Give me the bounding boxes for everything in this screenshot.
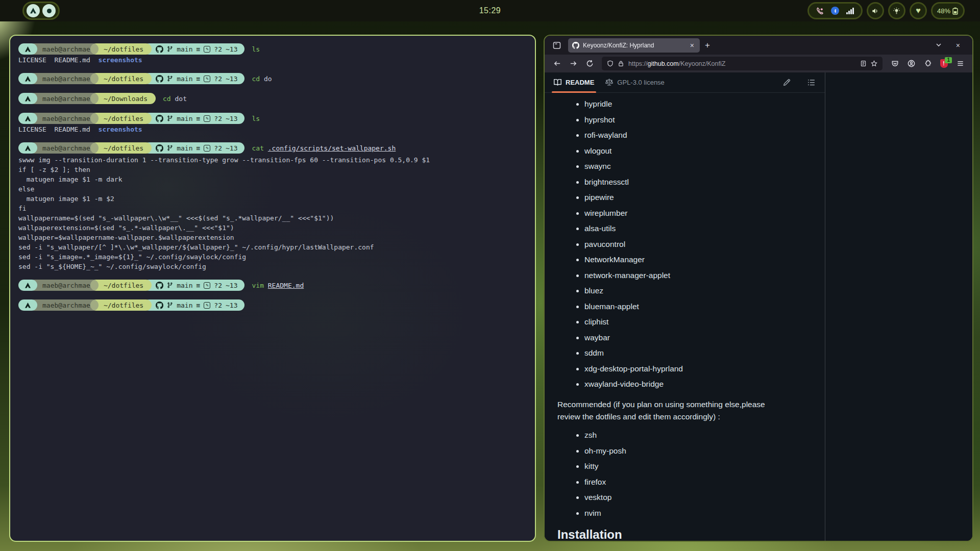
package-item: waybar [584,333,820,343]
package-item: blueman-applet [584,302,820,312]
arch-logo-icon [24,145,31,152]
back-button[interactable] [550,57,564,70]
git-edit-icon: ✎ [204,46,210,53]
adblock-extension-button[interactable]: 1 [937,57,951,70]
tab-readme[interactable]: README [554,72,594,93]
puzzle-icon [924,60,932,67]
recommended-list: zsh oh-my-posh kitty firefox vesktop nvi… [584,430,820,518]
chevron-down-icon [936,42,942,48]
firefox-window: Keyoonz/KonfiZ: Hyprland × + × https://g… [544,35,973,542]
git-modified-count: ~13 [226,75,237,83]
package-item: hypridle [584,99,820,109]
prompt-os-segment [18,43,37,55]
outline-button[interactable] [804,76,818,89]
tracking-shield-icon [607,60,614,67]
git-untracked-count: ?2 [214,115,222,122]
phone-icon[interactable] [816,7,824,15]
git-untracked-count: ?2 [214,45,222,53]
recommended-item: zsh [584,430,820,440]
git-modified-count: ~13 [226,45,237,53]
prompt-dir-segment: ~/dotfiles [90,43,152,55]
package-item: network-manager-applet [584,270,820,281]
reader-mode-icon[interactable] [860,60,867,67]
terminal-window[interactable]: maeb@archmae ~/dotfiles main≡✎?2~13 ls L… [9,35,536,542]
edit-readme-button[interactable] [780,76,793,89]
menu-button[interactable] [953,57,967,70]
extensions-button[interactable] [920,57,935,70]
terminal-prompt-line: maeb@archmae ~/dotfiles main≡✎?2~13 cd d… [18,72,527,85]
command-text: vim [252,282,263,289]
readme-label: README [566,79,594,86]
battery-indicator[interactable]: 48% [931,2,965,19]
terminal-prompt-line: maeb@archmae ~/dotfiles main≡✎?2~13 vim … [18,279,527,291]
prompt-os-segment [18,142,37,154]
git-sync-glyph: ≡ [197,144,201,152]
command-text: cd [163,95,171,103]
prompt-git-segment: main≡✎?2~13 [143,43,244,55]
command-text: ls [252,115,260,122]
firefox-view-button[interactable] [550,39,564,52]
hamburger-icon [957,60,964,67]
tray-icon-group [807,2,863,19]
terminal-block: maeb@archmae ~/Downloads cd dot [18,92,527,105]
prompt-os-segment [18,280,37,291]
law-scale-icon [605,79,613,86]
package-item: rofi-wayland [584,130,820,140]
github-icon [156,45,163,53]
bluetooth-icon[interactable] [831,7,839,15]
pencil-icon [783,79,791,86]
reload-icon [586,60,594,67]
bulb-icon [893,7,900,15]
forward-button[interactable] [566,57,580,70]
package-item: alsa-utils [584,223,820,234]
git-branch-name: main [177,75,192,83]
prompt-dir-segment: ~/dotfiles [90,142,152,154]
recommended-item: nvim [584,508,820,518]
command-arg: README.md [268,282,304,289]
prompt-git-segment: main≡✎?2~13 [143,299,244,311]
battery-percent: 48% [937,7,950,15]
package-list: hypridle hyprshot rofi-wayland wlogout s… [584,99,820,389]
browser-tab-active[interactable]: Keyoonz/KonfiZ: Hyprland × [568,38,700,53]
favorites-button[interactable]: ♥ [910,2,927,19]
book-icon [554,79,561,86]
github-icon [156,282,163,289]
terminal-block: maeb@archmae ~/dotfiles main≡✎?2~13 cd d… [18,72,527,85]
script-line: sed -i "s_${HOME}_~_" ~/.config/swaylock… [18,262,527,271]
prompt-user-segment: maeb@archmae [29,280,99,291]
pocket-button[interactable] [888,57,902,70]
url-path: /Keyoonz/KonfiZ [679,60,726,67]
package-item: wlogout [584,146,820,156]
account-button[interactable] [904,57,918,70]
package-item: pipewire [584,192,820,203]
script-line: wallpaper=$wallpapername-wallpaper.$wall… [18,233,527,242]
url-bar[interactable]: https://github.com/Keyoonz/KonfiZ [602,57,883,70]
pocket-icon [891,60,899,67]
arch-logo-icon [24,282,31,289]
ls-file: LICENSE [18,56,46,64]
battery-icon [952,7,959,15]
tab-close-button[interactable]: × [689,41,696,49]
prompt-dir-segment: ~/dotfiles [90,73,152,84]
ls-file: LICENSE [18,126,46,133]
back-icon [553,60,561,67]
tab-bar: Keyoonz/KonfiZ: Hyprland × + × [545,36,972,55]
command-text: cat [252,144,263,152]
prompt-os-segment [18,73,37,84]
bookmark-star-icon[interactable] [871,60,877,67]
recommended-item: kitty [584,461,820,471]
list-tabs-button[interactable] [928,41,949,49]
reload-button[interactable] [582,57,597,70]
account-icon [908,60,915,67]
brightness-button[interactable] [888,2,905,19]
tab-license[interactable]: GPL-3.0 license [605,72,665,93]
window-close-button[interactable]: × [949,41,967,49]
volume-button[interactable] [867,2,884,19]
script-line: swww img --transition-duration 1 --trans… [18,155,527,165]
new-tab-button[interactable]: + [700,39,715,52]
git-sync-glyph: ≡ [197,282,201,289]
git-sync-glyph: ≡ [197,45,201,53]
git-untracked-count: ?2 [214,282,222,289]
network-signal-icon[interactable] [846,8,854,14]
package-item: NetworkManager [584,255,820,265]
